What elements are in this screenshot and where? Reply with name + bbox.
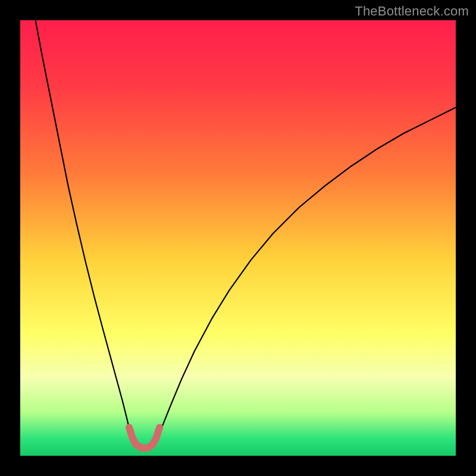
gradient-background bbox=[20, 20, 456, 456]
plot-area bbox=[20, 20, 456, 456]
chart-frame: TheBottleneck.com bbox=[0, 0, 476, 476]
watermark-text: TheBottleneck.com bbox=[355, 4, 469, 19]
chart-svg bbox=[20, 20, 456, 456]
